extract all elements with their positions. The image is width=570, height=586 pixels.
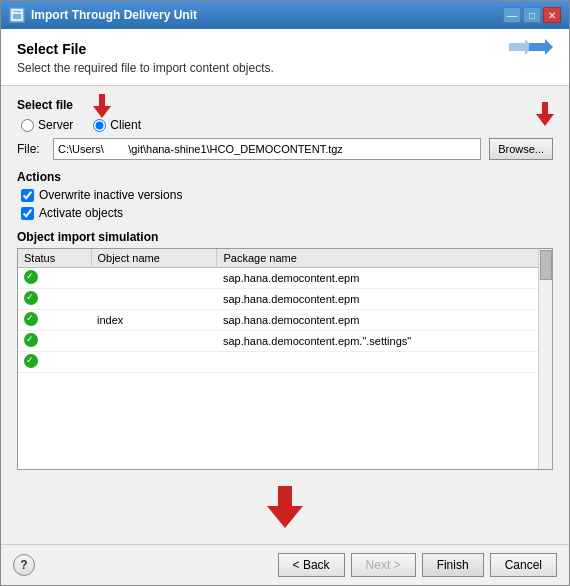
status-cell <box>18 289 91 310</box>
main-window: Import Through Delivery Unit — □ ✕ Selec… <box>0 0 570 586</box>
simulation-label: Object import simulation <box>17 230 553 244</box>
table-row: sap.hana.democontent.epm.".settings" <box>18 331 552 352</box>
page-title: Select File <box>17 41 553 57</box>
status-icon <box>24 333 38 347</box>
navigation-arrows <box>509 39 557 78</box>
footer-right: < Back Next > Finish Cancel <box>278 553 557 577</box>
object-cell <box>91 289 217 310</box>
actions-group: Actions Overwrite inactive versions Acti… <box>17 170 553 220</box>
file-row: File: Browse... <box>17 138 553 160</box>
status-cell <box>18 310 91 331</box>
overwrite-checkbox-label[interactable]: Overwrite inactive versions <box>21 188 553 202</box>
finish-arrow-bar <box>278 486 292 506</box>
col-package: Package name <box>217 249 552 268</box>
col-object: Object name <box>91 249 217 268</box>
table-header-row: Status Object name Package name <box>18 249 552 268</box>
simulation-group: Object import simulation Status Object n… <box>17 230 553 470</box>
arrow-head <box>93 106 111 118</box>
status-icon <box>24 354 38 368</box>
browse-arrow-head <box>536 114 554 126</box>
file-input[interactable] <box>53 138 481 160</box>
status-cell <box>18 331 91 352</box>
actions-label: Actions <box>17 170 553 184</box>
object-cell: index <box>91 310 217 331</box>
table-row: sap.hana.democontent.epm <box>18 289 552 310</box>
window-title: Import Through Delivery Unit <box>31 8 197 22</box>
activate-checkbox[interactable] <box>21 207 34 220</box>
col-status: Status <box>18 249 91 268</box>
titlebar: Import Through Delivery Unit — □ ✕ <box>1 1 569 29</box>
window-controls: — □ ✕ <box>503 7 561 23</box>
server-radio[interactable] <box>21 119 34 132</box>
back-button[interactable]: < Back <box>278 553 345 577</box>
svg-rect-0 <box>12 10 22 20</box>
cancel-button[interactable]: Cancel <box>490 553 557 577</box>
arrow-bar <box>99 94 105 106</box>
overwrite-label: Overwrite inactive versions <box>39 188 182 202</box>
client-label: Client <box>110 118 141 132</box>
scrollbar[interactable] <box>538 249 552 469</box>
object-cell <box>91 352 217 373</box>
activate-checkbox-label[interactable]: Activate objects <box>21 206 553 220</box>
table-row: sap.hana.democontent.epm <box>18 268 552 289</box>
package-cell <box>217 352 552 373</box>
select-file-group: Select file Server Client File: <box>17 98 553 160</box>
next-button[interactable]: Next > <box>351 553 416 577</box>
finish-button[interactable]: Finish <box>422 553 484 577</box>
table-row: index sap.hana.democontent.epm <box>18 310 552 331</box>
activate-label: Activate objects <box>39 206 123 220</box>
package-cell: sap.hana.democontent.epm <box>217 289 552 310</box>
status-icon <box>24 312 38 326</box>
table-body: sap.hana.democontent.epm sap.hana.democo… <box>18 268 552 373</box>
client-radio-label[interactable]: Client <box>93 118 141 132</box>
maximize-button[interactable]: □ <box>523 7 541 23</box>
close-button[interactable]: ✕ <box>543 7 561 23</box>
simulation-table-container: Status Object name Package name sap.hana… <box>17 248 553 470</box>
finish-arrow-head <box>267 506 303 528</box>
client-radio[interactable] <box>93 119 106 132</box>
file-label: File: <box>17 142 45 156</box>
body-section: Select file Server Client File: <box>1 86 569 544</box>
package-cell: sap.hana.democontent.epm <box>217 268 552 289</box>
simulation-table: Status Object name Package name sap.hana… <box>18 249 552 373</box>
scrollbar-thumb[interactable] <box>540 250 552 280</box>
page-subtitle: Select the required file to import conte… <box>17 61 553 75</box>
browse-arrow-bar <box>542 102 548 114</box>
server-radio-label[interactable]: Server <box>21 118 73 132</box>
arrow-indicator <box>93 94 111 118</box>
status-icon <box>24 291 38 305</box>
browse-arrow-indicator <box>536 102 554 126</box>
help-button[interactable]: ? <box>13 554 35 576</box>
minimize-button[interactable]: — <box>503 7 521 23</box>
finish-arrow-section <box>17 480 553 532</box>
header-section: Select File Select the required file to … <box>1 29 569 86</box>
window-icon <box>9 7 25 23</box>
footer-left: ? <box>13 554 35 576</box>
package-cell: sap.hana.democontent.epm.".settings" <box>217 331 552 352</box>
table-row <box>18 352 552 373</box>
status-cell <box>18 268 91 289</box>
status-cell <box>18 352 91 373</box>
titlebar-left: Import Through Delivery Unit <box>9 7 197 23</box>
server-label: Server <box>38 118 73 132</box>
object-cell <box>91 268 217 289</box>
svg-marker-3 <box>529 39 553 55</box>
footer: ? < Back Next > Finish Cancel <box>1 544 569 585</box>
finish-arrow <box>267 486 303 528</box>
package-cell: sap.hana.democontent.epm <box>217 310 552 331</box>
browse-button[interactable]: Browse... <box>489 138 553 160</box>
object-cell <box>91 331 217 352</box>
overwrite-checkbox[interactable] <box>21 189 34 202</box>
radio-group: Server Client <box>21 118 553 132</box>
status-icon <box>24 270 38 284</box>
